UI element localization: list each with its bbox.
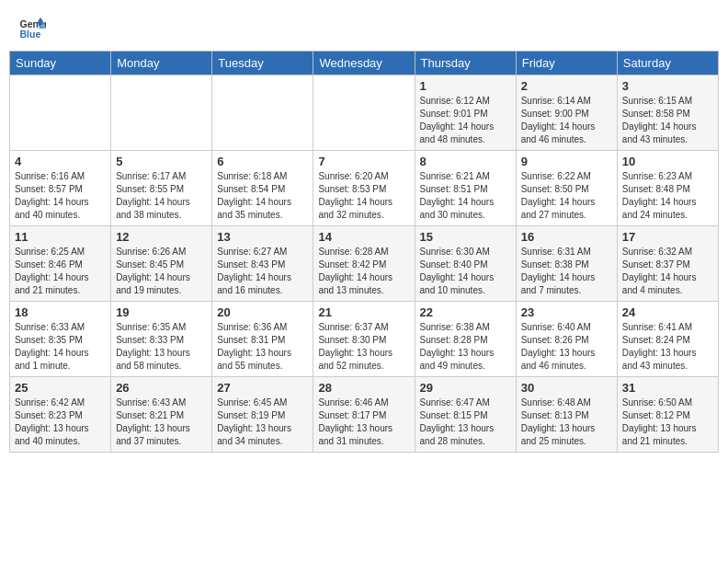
date-number: 26 xyxy=(116,381,207,395)
date-number: 18 xyxy=(15,305,106,319)
weekday-header-monday: Monday xyxy=(111,52,212,75)
date-number: 12 xyxy=(116,230,207,244)
cell-info: Sunrise: 6:25 AM Sunset: 8:46 PM Dayligh… xyxy=(15,246,106,297)
weekday-header-row: SundayMondayTuesdayWednesdayThursdayFrid… xyxy=(10,52,719,75)
calendar-cell: 12Sunrise: 6:26 AM Sunset: 8:45 PM Dayli… xyxy=(111,226,212,302)
cell-info: Sunrise: 6:17 AM Sunset: 8:55 PM Dayligh… xyxy=(116,170,207,222)
calendar-cell: 9Sunrise: 6:22 AM Sunset: 8:50 PM Daylig… xyxy=(516,151,617,226)
date-number: 30 xyxy=(521,381,612,395)
cell-info: Sunrise: 6:32 AM Sunset: 8:37 PM Dayligh… xyxy=(622,246,713,297)
cell-info: Sunrise: 6:43 AM Sunset: 8:21 PM Dayligh… xyxy=(116,396,207,448)
cell-info: Sunrise: 6:23 AM Sunset: 8:48 PM Dayligh… xyxy=(622,170,713,222)
weekday-header-sunday: Sunday xyxy=(10,52,111,75)
weekday-header-tuesday: Tuesday xyxy=(212,52,313,75)
weekday-header-friday: Friday xyxy=(516,52,617,75)
date-number: 21 xyxy=(318,305,409,319)
date-number: 24 xyxy=(622,305,713,319)
weekday-header-saturday: Saturday xyxy=(617,52,718,75)
calendar-week-3: 11Sunrise: 6:25 AM Sunset: 8:46 PM Dayli… xyxy=(10,226,719,302)
calendar-cell: 21Sunrise: 6:37 AM Sunset: 8:30 PM Dayli… xyxy=(313,302,415,377)
calendar-cell: 29Sunrise: 6:47 AM Sunset: 8:15 PM Dayli… xyxy=(415,377,516,453)
date-number: 27 xyxy=(217,381,308,395)
date-number: 17 xyxy=(622,230,713,244)
weekday-header-wednesday: Wednesday xyxy=(313,52,415,75)
calendar-table: SundayMondayTuesdayWednesdayThursdayFrid… xyxy=(9,51,719,453)
cell-info: Sunrise: 6:42 AM Sunset: 8:23 PM Dayligh… xyxy=(15,396,106,448)
cell-info: Sunrise: 6:50 AM Sunset: 8:12 PM Dayligh… xyxy=(622,396,713,448)
date-number: 11 xyxy=(15,230,106,244)
date-number: 25 xyxy=(15,381,106,395)
date-number: 31 xyxy=(622,381,713,395)
date-number: 20 xyxy=(217,305,308,319)
weekday-header-thursday: Thursday xyxy=(415,52,516,75)
cell-info: Sunrise: 6:35 AM Sunset: 8:33 PM Dayligh… xyxy=(116,321,207,373)
calendar-cell: 2Sunrise: 6:14 AM Sunset: 9:00 PM Daylig… xyxy=(516,75,617,151)
calendar-cell: 28Sunrise: 6:46 AM Sunset: 8:17 PM Dayli… xyxy=(313,377,415,453)
calendar-cell: 23Sunrise: 6:40 AM Sunset: 8:26 PM Dayli… xyxy=(516,302,617,377)
cell-info: Sunrise: 6:33 AM Sunset: 8:35 PM Dayligh… xyxy=(15,321,106,373)
cell-info: Sunrise: 6:30 AM Sunset: 8:40 PM Dayligh… xyxy=(420,246,511,297)
calendar-week-2: 4Sunrise: 6:16 AM Sunset: 8:57 PM Daylig… xyxy=(10,151,719,226)
cell-info: Sunrise: 6:37 AM Sunset: 8:30 PM Dayligh… xyxy=(318,321,409,373)
calendar-cell: 20Sunrise: 6:36 AM Sunset: 8:31 PM Dayli… xyxy=(212,302,313,377)
date-number: 16 xyxy=(521,230,612,244)
date-number: 3 xyxy=(622,79,713,93)
cell-info: Sunrise: 6:28 AM Sunset: 8:42 PM Dayligh… xyxy=(318,246,409,297)
cell-info: Sunrise: 6:12 AM Sunset: 9:01 PM Dayligh… xyxy=(420,95,511,146)
calendar-cell: 8Sunrise: 6:21 AM Sunset: 8:51 PM Daylig… xyxy=(415,151,516,226)
date-number: 15 xyxy=(420,230,511,244)
cell-info: Sunrise: 6:31 AM Sunset: 8:38 PM Dayligh… xyxy=(521,246,612,297)
calendar-cell: 7Sunrise: 6:20 AM Sunset: 8:53 PM Daylig… xyxy=(313,151,415,226)
date-number: 4 xyxy=(15,155,106,168)
calendar-cell: 18Sunrise: 6:33 AM Sunset: 8:35 PM Dayli… xyxy=(10,302,111,377)
calendar-cell: 14Sunrise: 6:28 AM Sunset: 8:42 PM Dayli… xyxy=(313,226,415,302)
calendar-cell: 5Sunrise: 6:17 AM Sunset: 8:55 PM Daylig… xyxy=(111,151,212,226)
date-number: 19 xyxy=(116,305,207,319)
date-number: 23 xyxy=(521,305,612,319)
date-number: 1 xyxy=(420,79,511,93)
calendar-cell: 30Sunrise: 6:48 AM Sunset: 8:13 PM Dayli… xyxy=(516,377,617,453)
date-number: 22 xyxy=(420,305,511,319)
calendar-cell: 3Sunrise: 6:15 AM Sunset: 8:58 PM Daylig… xyxy=(617,75,718,151)
calendar-cell xyxy=(10,75,111,151)
calendar-cell: 4Sunrise: 6:16 AM Sunset: 8:57 PM Daylig… xyxy=(10,151,111,226)
date-number: 7 xyxy=(318,155,409,168)
date-number: 2 xyxy=(521,79,612,93)
cell-info: Sunrise: 6:47 AM Sunset: 8:15 PM Dayligh… xyxy=(420,396,511,448)
calendar-cell: 17Sunrise: 6:32 AM Sunset: 8:37 PM Dayli… xyxy=(617,226,718,302)
cell-info: Sunrise: 6:21 AM Sunset: 8:51 PM Dayligh… xyxy=(420,170,511,222)
cell-info: Sunrise: 6:38 AM Sunset: 8:28 PM Dayligh… xyxy=(420,321,511,373)
date-number: 28 xyxy=(318,381,409,395)
calendar-cell: 10Sunrise: 6:23 AM Sunset: 8:48 PM Dayli… xyxy=(617,151,718,226)
date-number: 10 xyxy=(622,155,713,168)
date-number: 29 xyxy=(420,381,511,395)
cell-info: Sunrise: 6:36 AM Sunset: 8:31 PM Dayligh… xyxy=(217,321,308,373)
calendar-week-5: 25Sunrise: 6:42 AM Sunset: 8:23 PM Dayli… xyxy=(10,377,719,453)
calendar-cell xyxy=(212,75,313,151)
cell-info: Sunrise: 6:40 AM Sunset: 8:26 PM Dayligh… xyxy=(521,321,612,373)
cell-info: Sunrise: 6:15 AM Sunset: 8:58 PM Dayligh… xyxy=(622,95,713,146)
calendar-header: SundayMondayTuesdayWednesdayThursdayFrid… xyxy=(10,52,719,75)
calendar-cell: 11Sunrise: 6:25 AM Sunset: 8:46 PM Dayli… xyxy=(10,226,111,302)
calendar-body: 1Sunrise: 6:12 AM Sunset: 9:01 PM Daylig… xyxy=(10,75,719,453)
calendar-cell: 26Sunrise: 6:43 AM Sunset: 8:21 PM Dayli… xyxy=(111,377,212,453)
cell-info: Sunrise: 6:18 AM Sunset: 8:54 PM Dayligh… xyxy=(217,170,308,222)
date-number: 14 xyxy=(318,230,409,244)
calendar-week-4: 18Sunrise: 6:33 AM Sunset: 8:35 PM Dayli… xyxy=(10,302,719,377)
date-number: 8 xyxy=(420,155,511,168)
calendar-cell: 31Sunrise: 6:50 AM Sunset: 8:12 PM Dayli… xyxy=(617,377,718,453)
cell-info: Sunrise: 6:45 AM Sunset: 8:19 PM Dayligh… xyxy=(217,396,308,448)
calendar-cell: 6Sunrise: 6:18 AM Sunset: 8:54 PM Daylig… xyxy=(212,151,313,226)
cell-info: Sunrise: 6:46 AM Sunset: 8:17 PM Dayligh… xyxy=(318,396,409,448)
logo-icon: General Blue xyxy=(18,14,46,41)
calendar-cell: 15Sunrise: 6:30 AM Sunset: 8:40 PM Dayli… xyxy=(415,226,516,302)
page-header: General Blue xyxy=(0,0,728,51)
cell-info: Sunrise: 6:16 AM Sunset: 8:57 PM Dayligh… xyxy=(15,170,106,222)
calendar-cell: 19Sunrise: 6:35 AM Sunset: 8:33 PM Dayli… xyxy=(111,302,212,377)
calendar-cell: 24Sunrise: 6:41 AM Sunset: 8:24 PM Dayli… xyxy=(617,302,718,377)
cell-info: Sunrise: 6:14 AM Sunset: 9:00 PM Dayligh… xyxy=(521,95,612,146)
calendar-cell: 22Sunrise: 6:38 AM Sunset: 8:28 PM Dayli… xyxy=(415,302,516,377)
cell-info: Sunrise: 6:27 AM Sunset: 8:43 PM Dayligh… xyxy=(217,246,308,297)
cell-info: Sunrise: 6:26 AM Sunset: 8:45 PM Dayligh… xyxy=(116,246,207,297)
cell-info: Sunrise: 6:41 AM Sunset: 8:24 PM Dayligh… xyxy=(622,321,713,373)
